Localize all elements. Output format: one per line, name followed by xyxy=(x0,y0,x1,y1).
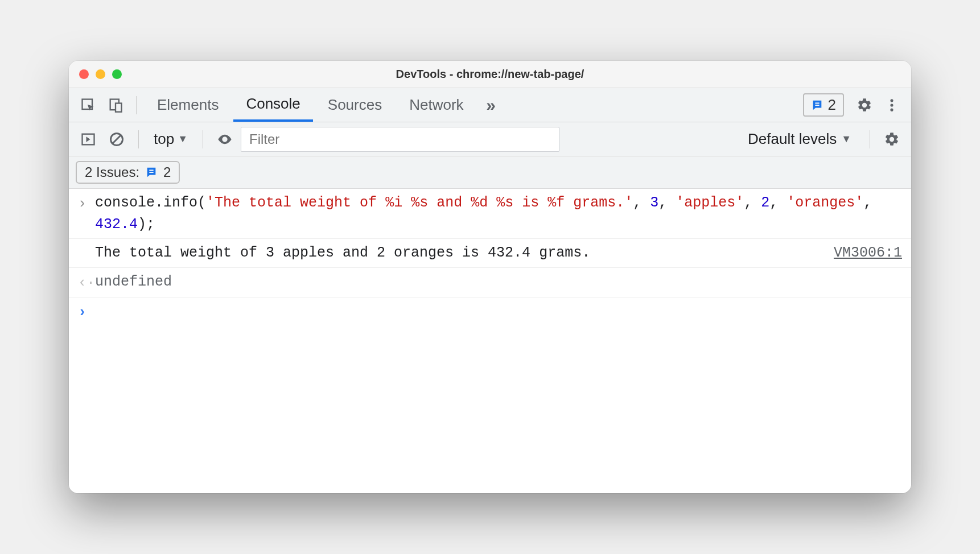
console-toolbar: top ▼ Default levels ▼ xyxy=(69,122,911,156)
prompt-chevron-icon: › xyxy=(78,301,95,324)
devtools-window: DevTools - chrome://new-tab-page/ Elemen… xyxy=(69,61,911,493)
log-gutter xyxy=(78,242,95,243)
sidebar-icon xyxy=(80,131,96,147)
console-body: › console.info('The total weight of %i %… xyxy=(69,189,911,493)
live-expression-button[interactable] xyxy=(212,127,237,152)
gear-icon xyxy=(884,131,900,147)
tab-label: Elements xyxy=(157,96,219,114)
console-settings-button[interactable] xyxy=(879,127,904,152)
svg-rect-2 xyxy=(116,103,122,111)
chevron-double-right-icon: » xyxy=(486,96,496,115)
tab-label: Sources xyxy=(328,96,382,114)
svg-point-7 xyxy=(890,108,893,111)
issues-row: 2 Issues: 2 xyxy=(69,156,911,189)
input-chevron-icon: › xyxy=(78,192,95,215)
console-input-code[interactable]: console.info('The total weight of %i %s … xyxy=(95,192,902,235)
divider xyxy=(136,96,137,114)
divider xyxy=(203,130,203,148)
inspect-element-icon[interactable] xyxy=(76,93,101,118)
issues-count: 2 xyxy=(828,96,836,114)
console-return-row: ‹· undefined xyxy=(69,268,911,298)
device-toolbar-icon[interactable] xyxy=(103,93,128,118)
log-levels-selector[interactable]: Default levels ▼ xyxy=(739,130,860,148)
zoom-window-button[interactable] xyxy=(112,69,122,79)
window-title: DevTools - chrome://new-tab-page/ xyxy=(69,68,911,81)
filter-input[interactable] xyxy=(241,127,559,152)
console-prompt-row[interactable]: › xyxy=(69,297,911,327)
tab-label: Console xyxy=(246,95,300,113)
console-log-row: The total weight of 3 apples and 2 orang… xyxy=(69,239,911,268)
toggle-console-sidebar-button[interactable] xyxy=(76,127,101,152)
tab-console[interactable]: Console xyxy=(233,88,312,122)
divider xyxy=(870,130,870,148)
close-window-button[interactable] xyxy=(79,69,89,79)
svg-rect-11 xyxy=(149,169,153,171)
settings-button[interactable] xyxy=(852,93,877,118)
issues-chip-count: 2 xyxy=(163,164,171,180)
svg-rect-12 xyxy=(149,172,153,173)
svg-line-10 xyxy=(113,135,121,143)
titlebar: DevTools - chrome://new-tab-page/ xyxy=(69,61,911,88)
tab-elements[interactable]: Elements xyxy=(145,88,231,122)
issues-chip[interactable]: 2 Issues: 2 xyxy=(76,161,180,184)
chevron-down-icon: ▼ xyxy=(841,133,851,145)
console-input-row: › console.info('The total weight of %i %… xyxy=(69,189,911,239)
divider xyxy=(138,130,139,148)
issues-label: 2 Issues: xyxy=(85,164,139,180)
return-chevron-icon: ‹· xyxy=(78,271,95,294)
kebab-menu-button[interactable] xyxy=(879,93,904,118)
eye-icon xyxy=(217,131,233,147)
svg-rect-4 xyxy=(815,105,819,106)
issue-icon xyxy=(811,99,823,111)
svg-rect-3 xyxy=(815,102,819,104)
tab-label: Network xyxy=(409,96,463,114)
clear-console-button[interactable] xyxy=(104,127,129,152)
issue-icon xyxy=(145,166,158,179)
kebab-icon xyxy=(884,97,900,113)
issues-badge[interactable]: 2 xyxy=(803,93,844,117)
tab-sources[interactable]: Sources xyxy=(315,88,394,122)
chevron-down-icon: ▼ xyxy=(178,133,188,145)
tab-network[interactable]: Network xyxy=(397,88,476,122)
minimize-window-button[interactable] xyxy=(96,69,105,79)
execution-context-selector[interactable]: top ▼ xyxy=(148,130,193,148)
return-value: undefined xyxy=(95,271,902,293)
source-link[interactable]: VM3006:1 xyxy=(834,242,902,264)
svg-point-5 xyxy=(890,99,893,102)
svg-point-6 xyxy=(890,104,893,106)
log-message: The total weight of 3 apples and 2 orang… xyxy=(95,242,822,264)
main-tabs-bar: Elements Console Sources Network » 2 xyxy=(69,88,911,122)
levels-label: Default levels xyxy=(748,130,837,148)
gear-icon xyxy=(857,97,872,113)
traffic-lights xyxy=(79,69,122,79)
context-label: top xyxy=(154,130,174,148)
clear-icon xyxy=(109,131,125,147)
more-tabs-button[interactable]: » xyxy=(479,93,504,118)
